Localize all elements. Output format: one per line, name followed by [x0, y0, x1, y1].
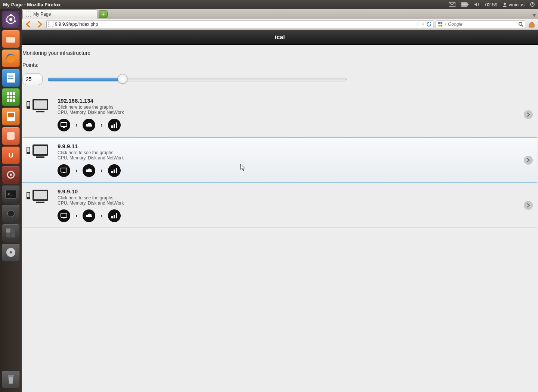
ubuntu-top-panel: My Page - Mozilla Firefox 02:59 vinicius — [0, 0, 538, 9]
reload-icon[interactable] — [426, 22, 432, 27]
svg-point-44 — [519, 22, 522, 25]
launcher-dash[interactable] — [2, 10, 20, 28]
svg-rect-57 — [27, 147, 30, 152]
launcher-trash[interactable] — [2, 370, 20, 388]
launcher-files[interactable] — [2, 30, 20, 48]
chart-icon[interactable] — [108, 164, 121, 177]
svg-rect-61 — [61, 168, 67, 172]
clock[interactable]: 02:59 — [485, 2, 498, 7]
points-slider[interactable] — [48, 76, 347, 82]
mail-icon[interactable] — [449, 2, 455, 7]
back-button[interactable] — [24, 20, 33, 29]
tabs-dropdown[interactable]: ▾ — [531, 12, 538, 19]
launcher-app2[interactable] — [2, 205, 20, 223]
host-item[interactable]: 9.9.9.10Click here to see the graphsCPU,… — [22, 183, 537, 228]
svg-point-38 — [10, 251, 12, 253]
url-bar[interactable]: 9.9.9.9/app/index.php ☆ ▾ — [46, 20, 433, 28]
monitor-icon[interactable] — [58, 209, 70, 222]
host-ip: 9.9.9.11 — [58, 143, 124, 149]
host-item[interactable]: 9.9.9.11Click here to see the graphsCPU,… — [22, 137, 537, 183]
chevron-right-icon[interactable] — [524, 110, 533, 119]
host-ip: 9.9.9.10 — [58, 188, 124, 195]
bookmark-star-icon[interactable]: ☆ — [415, 22, 420, 27]
svg-rect-74 — [114, 215, 115, 218]
launcher-terminal[interactable]: >_ — [2, 185, 20, 203]
svg-rect-43 — [440, 25, 442, 27]
launcher-impress[interactable] — [2, 108, 20, 125]
tab-bar: My Page + ▾ — [22, 9, 538, 19]
host-list: 192.168.1.134Click here to see the graph… — [22, 92, 537, 228]
svg-rect-55 — [116, 122, 117, 128]
power-icon[interactable] — [530, 2, 535, 7]
chevron-right-icon: › — [75, 122, 77, 128]
chart-icon[interactable] — [108, 209, 121, 222]
chevron-right-icon[interactable] — [524, 201, 533, 210]
launcher-writer[interactable] — [2, 69, 20, 87]
page-header: ical — [22, 30, 538, 45]
svg-rect-25 — [8, 113, 14, 117]
new-tab-button[interactable]: + — [99, 10, 108, 18]
forward-button[interactable] — [35, 20, 44, 29]
svg-rect-62 — [63, 172, 65, 173]
svg-point-29 — [10, 174, 12, 176]
svg-rect-35 — [6, 233, 10, 237]
svg-point-11 — [6, 21, 8, 22]
battery-icon[interactable] — [461, 2, 469, 7]
svg-rect-71 — [61, 213, 67, 217]
points-input[interactable] — [22, 73, 43, 85]
launcher-app1[interactable] — [2, 127, 20, 145]
nav-toolbar: 9.9.9.9/app/index.php ☆ ▾ ▾ Google — [22, 19, 538, 30]
svg-rect-47 — [27, 102, 30, 106]
svg-rect-72 — [63, 218, 65, 218]
sound-icon[interactable] — [474, 2, 480, 7]
svg-rect-40 — [438, 22, 440, 24]
svg-rect-15 — [7, 73, 15, 83]
launcher-workspaces[interactable] — [2, 224, 20, 242]
host-device-icon — [24, 97, 51, 114]
monitor-icon[interactable] — [58, 119, 70, 131]
svg-rect-49 — [34, 100, 47, 109]
chart-icon[interactable] — [108, 119, 121, 131]
host-metrics: CPU, Memory, Disk and NetWork — [58, 155, 124, 161]
svg-rect-63 — [111, 171, 113, 173]
host-item[interactable]: 192.168.1.134Click here to see the graph… — [22, 92, 537, 137]
browser-tab[interactable]: My Page — [22, 9, 97, 19]
launcher-ubuntuone[interactable]: U — [2, 146, 20, 164]
tab-favicon — [26, 12, 31, 17]
host-metrics: CPU, Memory, Disk and NetWork — [58, 110, 124, 115]
chevron-right-icon[interactable] — [524, 156, 533, 165]
chevron-right-icon: › — [101, 122, 102, 128]
monitor-icon[interactable] — [58, 164, 70, 177]
svg-rect-51 — [61, 122, 67, 127]
launcher-disc[interactable] — [2, 243, 20, 261]
svg-rect-36 — [11, 233, 15, 237]
svg-line-45 — [522, 25, 523, 27]
page-subtitle: Monitoring your infrastructure — [22, 45, 537, 59]
svg-point-32 — [7, 210, 14, 217]
host-metrics: CPU, Memory, Disk and NetWork — [58, 200, 124, 206]
svg-point-4 — [504, 3, 506, 5]
svg-rect-64 — [114, 169, 115, 173]
unity-launcher: U >_ — [0, 9, 22, 392]
svg-point-9 — [10, 14, 12, 16]
username: vinicius — [508, 2, 525, 7]
launcher-firefox[interactable] — [2, 49, 20, 67]
host-device-icon — [24, 188, 51, 205]
svg-rect-50 — [36, 111, 44, 112]
cloud-icon[interactable] — [83, 209, 95, 222]
launcher-settings[interactable] — [2, 166, 20, 184]
cloud-icon[interactable] — [83, 164, 95, 177]
svg-rect-42 — [438, 25, 440, 27]
svg-rect-39 — [8, 375, 14, 376]
user-menu[interactable]: vinicius — [503, 2, 525, 7]
cloud-icon[interactable] — [83, 119, 95, 131]
home-button[interactable] — [528, 20, 536, 28]
search-go-icon[interactable] — [518, 22, 523, 27]
launcher-calc[interactable] — [2, 88, 20, 106]
host-hint: Click here to see the graphs — [58, 195, 124, 200]
search-placeholder: Google — [448, 22, 463, 27]
chevron-right-icon: › — [75, 167, 77, 174]
chevron-right-icon: › — [101, 167, 102, 174]
search-bar[interactable]: ▾ Google — [436, 20, 525, 28]
tab-title: My Page — [33, 12, 51, 17]
